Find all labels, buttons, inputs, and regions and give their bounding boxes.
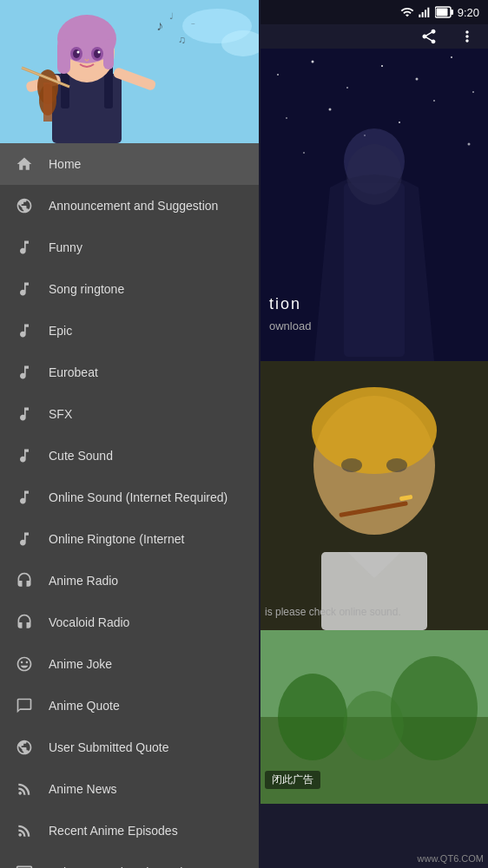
svg-point-2 bbox=[312, 61, 314, 63]
headphones-icon bbox=[14, 570, 35, 591]
svg-point-20 bbox=[312, 387, 437, 474]
svg-point-5 bbox=[416, 78, 419, 81]
svg-point-12 bbox=[303, 152, 305, 154]
sidebar-item-label: Online Ringtone (Internet bbox=[49, 532, 245, 546]
sidebar-item-label: Anime News bbox=[49, 782, 245, 796]
sidebar-item-announcement[interactable]: Announcement and Suggestion bbox=[0, 185, 259, 227]
sidebar-item-cute-sound[interactable]: Cute Sound bbox=[0, 435, 259, 477]
sidebar-item-label: SFX bbox=[49, 407, 245, 421]
sidebar-item-label: Song ringtone bbox=[49, 282, 245, 296]
content-panel-2 bbox=[260, 361, 488, 630]
svg-point-60 bbox=[94, 49, 101, 58]
panel1-download-text: ownload bbox=[269, 319, 311, 332]
svg-rect-55 bbox=[57, 39, 70, 74]
svg-point-22 bbox=[386, 458, 407, 472]
svg-rect-37 bbox=[427, 8, 429, 17]
ad-close-text[interactable]: 闭此广告 bbox=[265, 771, 320, 789]
tv-icon bbox=[14, 862, 35, 868]
music-note-icon bbox=[14, 487, 35, 508]
svg-point-33 bbox=[343, 691, 404, 760]
music-note-icon bbox=[14, 362, 35, 383]
svg-text:♩: ♩ bbox=[169, 11, 174, 21]
svg-rect-39 bbox=[451, 10, 453, 15]
sidebar-item-label: User Submitted Quote bbox=[49, 740, 245, 754]
svg-point-31 bbox=[278, 674, 347, 760]
svg-text:~: ~ bbox=[191, 20, 195, 28]
sidebar-item-anime-radio[interactable]: Anime Radio bbox=[0, 560, 259, 602]
svg-point-59 bbox=[73, 49, 80, 58]
panel1-image bbox=[260, 49, 488, 361]
svg-rect-65 bbox=[43, 82, 52, 122]
sidebar-item-label: Eurobeat bbox=[49, 365, 245, 379]
chat-icon bbox=[14, 695, 35, 716]
svg-rect-40 bbox=[436, 9, 447, 16]
sidebar-item-label: Anime Radio bbox=[49, 574, 245, 588]
svg-rect-36 bbox=[425, 10, 426, 17]
sidebar-item-recent-anime-episodes[interactable]: Recent Anime Episodes bbox=[0, 810, 259, 852]
sidebar-item-label: Cute Sound bbox=[49, 449, 245, 463]
svg-point-10 bbox=[399, 122, 400, 123]
rss-icon bbox=[14, 820, 35, 841]
sidebar-item-sfx[interactable]: SFX bbox=[0, 393, 259, 435]
watermark: www.QT6.COM bbox=[418, 853, 484, 864]
sidebar-item-label: Anime Joke bbox=[49, 657, 245, 671]
home-icon bbox=[14, 154, 35, 174]
status-icons: 9:20 bbox=[400, 5, 479, 19]
sidebar-item-label: Home bbox=[49, 157, 245, 171]
sidebar-item-online-sound[interactable]: Online Sound (Internet Required) bbox=[0, 477, 259, 518]
svg-point-8 bbox=[286, 117, 287, 119]
svg-point-32 bbox=[391, 656, 478, 760]
music-note-icon bbox=[14, 404, 35, 424]
sidebar-item-funny[interactable]: Funny bbox=[0, 227, 259, 268]
svg-point-17 bbox=[346, 144, 402, 205]
sidebar-item-anime-joke[interactable]: Anime Joke bbox=[0, 643, 259, 685]
music-note-icon bbox=[14, 320, 35, 341]
signal-icon bbox=[418, 5, 432, 19]
drawer-menu: HomeAnnouncement and SuggestionFunnySong… bbox=[0, 143, 259, 868]
rss-icon bbox=[14, 779, 35, 799]
sidebar-item-song-ringtone[interactable]: Song ringtone bbox=[0, 268, 259, 310]
svg-point-7 bbox=[472, 91, 474, 93]
sidebar-item-label: Funny bbox=[49, 240, 245, 254]
navigation-drawer: ♪ ♫ ♩ ~ bbox=[0, 0, 259, 868]
sidebar-item-label: Epic bbox=[49, 324, 245, 338]
time-display: 9:20 bbox=[458, 6, 479, 19]
svg-point-21 bbox=[341, 458, 362, 472]
sidebar-item-home[interactable]: Home bbox=[0, 143, 259, 185]
sidebar-item-eurobeat[interactable]: Eurobeat bbox=[0, 352, 259, 393]
battery-icon bbox=[435, 6, 454, 18]
share-button[interactable] bbox=[415, 23, 443, 50]
status-bar: 9:20 bbox=[260, 0, 488, 24]
svg-point-14 bbox=[468, 143, 471, 146]
sidebar-item-user-submitted-quote[interactable]: User Submitted Quote bbox=[0, 727, 259, 768]
sidebar-item-vocaloid-radio[interactable]: Vocaloid Radio bbox=[0, 602, 259, 643]
sidebar-item-label: Recent Anime Episodes bbox=[49, 824, 245, 838]
more-options-button[interactable] bbox=[453, 23, 481, 50]
svg-point-4 bbox=[381, 65, 383, 67]
sidebar-item-label: Announcement and Suggestion bbox=[49, 199, 245, 213]
sidebar-item-epic[interactable]: Epic bbox=[0, 310, 259, 352]
sidebar-item-anime-youtube-channels[interactable]: Anime YouTube Channels bbox=[0, 852, 259, 868]
online-sound-text: is please check online sound. bbox=[265, 606, 482, 618]
sidebar-item-label: Vocaloid Radio bbox=[49, 615, 245, 629]
sidebar-item-anime-quote[interactable]: Anime Quote bbox=[0, 685, 259, 727]
sidebar-item-online-ringtone[interactable]: Online Ringtone (Internet bbox=[0, 518, 259, 560]
sidebar-item-label: Online Sound (Internet Required) bbox=[49, 490, 245, 504]
headphones-icon bbox=[14, 612, 35, 633]
sidebar-item-anime-news[interactable]: Anime News bbox=[0, 768, 259, 810]
content-panel-1 bbox=[260, 49, 488, 361]
svg-text:♫: ♫ bbox=[178, 34, 186, 46]
music-note-icon bbox=[14, 237, 35, 258]
drawer-header-image: ♪ ♫ ♩ ~ bbox=[0, 0, 259, 143]
sidebar-item-label: Anime Quote bbox=[49, 699, 245, 713]
panel1-text-overlay: tion bbox=[269, 295, 301, 313]
music-note-icon bbox=[14, 529, 35, 549]
globe-icon bbox=[14, 195, 35, 216]
svg-point-3 bbox=[346, 87, 348, 89]
svg-text:♪: ♪ bbox=[156, 18, 163, 33]
svg-point-62 bbox=[98, 51, 101, 54]
svg-point-9 bbox=[329, 108, 332, 111]
svg-point-6 bbox=[451, 56, 452, 58]
globe-icon bbox=[14, 737, 35, 758]
svg-point-11 bbox=[433, 100, 435, 102]
